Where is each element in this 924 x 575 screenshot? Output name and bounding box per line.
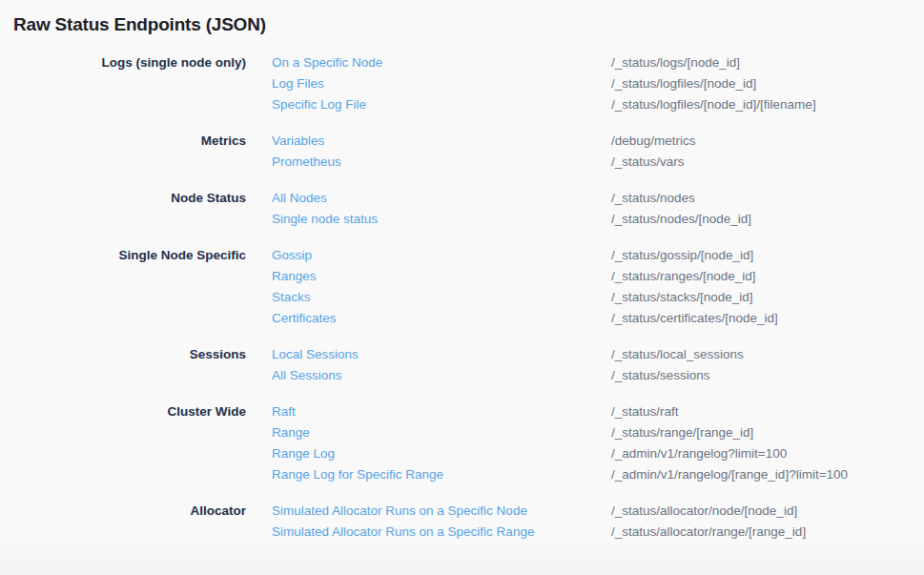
endpoint-row: Variables/debug/metrics [246,131,924,152]
endpoint-group: AllocatorSimulated Allocator Runs on a S… [0,501,924,543]
endpoint-link[interactable]: Ranges [272,266,611,287]
endpoint-path: /_admin/v1/rangelog?limit=100 [611,443,787,464]
endpoint-link[interactable]: Range [272,422,611,443]
endpoint-row: Specific Log File/_status/logfiles/[node… [246,94,924,115]
endpoint-row: Local Sessions/_status/local_sessions [246,344,924,365]
endpoint-path: /debug/metrics [611,131,696,152]
endpoint-row: All Sessions/_status/sessions [246,365,924,386]
endpoint-row: Range Log for Specific Range/_admin/v1/r… [246,464,924,485]
endpoint-link[interactable]: Range Log for Specific Range [272,464,611,485]
endpoint-path: /_status/raft [611,401,679,422]
endpoint-link[interactable]: Variables [272,131,611,152]
endpoint-rows: Variables/debug/metricsPrometheus/_statu… [246,131,924,173]
endpoint-link[interactable]: Gossip [272,245,611,266]
endpoint-link[interactable]: On a Specific Node [272,52,611,73]
endpoint-link[interactable]: Prometheus [272,152,611,173]
endpoint-row: Raft/_status/raft [246,401,924,422]
endpoint-link[interactable]: Stacks [272,287,611,308]
endpoint-category: Sessions [0,344,246,365]
endpoint-row: Ranges/_status/ranges/[node_id] [246,266,924,287]
endpoint-link[interactable]: Local Sessions [272,344,611,365]
endpoint-rows: On a Specific Node/_status/logs/[node_id… [246,52,924,115]
endpoint-path: /_status/vars [611,152,685,173]
endpoint-path: /_status/stacks/[node_id] [611,287,753,308]
endpoint-path: /_status/local_sessions [611,344,744,365]
endpoint-group: MetricsVariables/debug/metricsPrometheus… [0,131,924,173]
endpoint-category: Cluster Wide [0,401,246,422]
endpoint-link[interactable]: Log Files [272,73,611,94]
endpoint-path: /_status/logfiles/[node_id] [611,73,756,94]
page-title: Raw Status Endpoints (JSON) [0,0,924,37]
endpoint-link[interactable]: All Sessions [272,365,611,386]
endpoint-row: Stacks/_status/stacks/[node_id] [246,287,924,308]
endpoint-link[interactable]: Simulated Allocator Runs on a Specific R… [272,522,611,543]
endpoint-path: /_status/allocator/range/[range_id] [611,522,806,543]
endpoint-path: /_status/logfiles/[node_id]/[filename] [611,94,816,115]
endpoint-row: Log Files/_status/logfiles/[node_id] [246,73,924,94]
endpoint-rows: Raft/_status/raftRange/_status/range/[ra… [246,401,924,485]
endpoint-path: /_admin/v1/rangelog/[range_id]?limit=100 [611,464,848,485]
endpoint-category: Allocator [0,501,246,522]
endpoint-category: Single Node Specific [0,245,246,266]
endpoint-row: Certificates/_status/certificates/[node_… [246,308,924,329]
endpoint-row: Gossip/_status/gossip/[node_id] [246,245,924,266]
endpoint-row: Prometheus/_status/vars [246,152,924,173]
endpoint-group: Node StatusAll Nodes/_status/nodesSingle… [0,188,924,230]
endpoint-path: /_status/logs/[node_id] [611,52,740,73]
endpoint-row: All Nodes/_status/nodes [246,188,924,209]
endpoint-category: Metrics [0,131,246,152]
endpoint-link[interactable]: Specific Log File [272,94,611,115]
endpoint-row: Simulated Allocator Runs on a Specific N… [246,501,924,522]
endpoint-path: /_status/nodes/[node_id] [611,209,751,230]
endpoint-rows: All Nodes/_status/nodesSingle node statu… [246,188,924,230]
endpoint-row: Range/_status/range/[range_id] [246,422,924,443]
endpoint-group: SessionsLocal Sessions/_status/local_ses… [0,344,924,386]
endpoint-rows: Local Sessions/_status/local_sessionsAll… [246,344,924,386]
endpoint-path: /_status/range/[range_id] [611,422,753,443]
endpoint-row: Single node status/_status/nodes/[node_i… [246,209,924,230]
endpoints-table: Logs (single node only)On a Specific Nod… [0,52,924,543]
endpoint-category: Logs (single node only) [0,52,246,73]
endpoint-group: Logs (single node only)On a Specific Nod… [0,52,924,115]
endpoint-row: Range Log/_admin/v1/rangelog?limit=100 [246,443,924,464]
endpoint-rows: Gossip/_status/gossip/[node_id]Ranges/_s… [246,245,924,329]
endpoint-path: /_status/allocator/node/[node_id] [611,501,797,522]
endpoint-link[interactable]: Raft [272,401,611,422]
endpoint-path: /_status/certificates/[node_id] [611,308,778,329]
endpoint-row: Simulated Allocator Runs on a Specific R… [246,522,924,543]
endpoint-group: Cluster WideRaft/_status/raftRange/_stat… [0,401,924,485]
endpoint-path: /_status/nodes [611,188,695,209]
endpoint-group: Single Node SpecificGossip/_status/gossi… [0,245,924,329]
endpoint-rows: Simulated Allocator Runs on a Specific N… [246,501,924,543]
endpoint-path: /_status/ranges/[node_id] [611,266,756,287]
endpoint-path: /_status/gossip/[node_id] [611,245,753,266]
endpoint-link[interactable]: All Nodes [272,188,611,209]
endpoint-path: /_status/sessions [611,365,710,386]
endpoint-link[interactable]: Certificates [272,308,611,329]
endpoint-row: On a Specific Node/_status/logs/[node_id… [246,52,924,73]
endpoint-link[interactable]: Simulated Allocator Runs on a Specific N… [272,501,611,522]
endpoint-category: Node Status [0,188,246,209]
endpoint-link[interactable]: Single node status [272,209,611,230]
endpoint-link[interactable]: Range Log [272,443,611,464]
